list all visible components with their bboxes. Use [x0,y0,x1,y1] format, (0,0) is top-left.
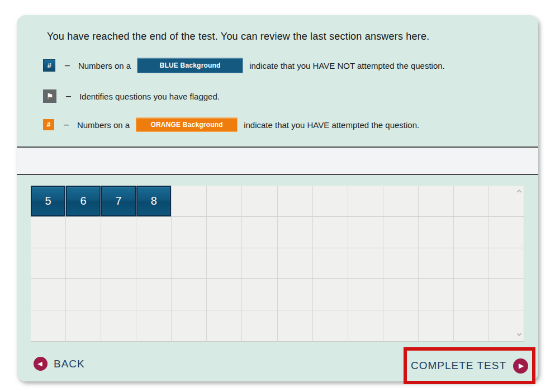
grid-cell [207,248,242,280]
grid-cell [348,248,383,280]
grid-cell [31,248,66,280]
hash-orange-icon: # [43,119,54,130]
grid-cell [101,248,136,280]
grid-cell: 8 [136,186,172,217]
grid-cell [242,217,277,248]
grid-cell [136,279,172,310]
legend-suffix: indicate that you HAVE attempted the que… [244,120,419,130]
grid-cell [489,217,524,248]
grid-cell [419,310,454,342]
grid-cell [383,248,419,280]
legend-dash: – [66,91,71,101]
grid-cell [348,217,383,248]
question-grid: 5678 [31,186,524,342]
complete-test-label: COMPLETE TEST [411,360,506,372]
legend-prefix: Numbers on a [78,61,131,70]
grid-cell [66,217,101,248]
grid-cell [278,186,313,217]
orange-background-badge: ORANGE Background [136,117,238,132]
grid-cell [242,310,277,342]
grid-cell [454,279,489,310]
grid-cell [242,186,277,217]
grid-cell [383,279,419,310]
back-button-label: BACK [54,358,85,370]
grid-cell [172,248,207,280]
back-button[interactable]: ◀ BACK [34,357,85,371]
grid-cell [207,217,242,248]
grid-cell [31,310,66,342]
grid-cell [172,217,207,248]
legend-row-not-attempted: # – Numbers on a BLUE Background indicat… [43,58,445,73]
grid-cell [172,310,207,342]
grid-cell [136,248,172,280]
grid-cell [207,186,242,217]
legend-row-flagged: ⚑ – Identifies questions you have flagge… [43,88,220,104]
legend-row-attempted: # – Numbers on a ORANGE Background indic… [43,117,419,133]
grid-cell [454,186,489,217]
grid-cell [242,248,277,280]
grid-cell [348,279,383,310]
grid-cell [136,310,172,342]
grid-cell [278,279,313,310]
back-arrow-icon: ◀ [34,357,48,371]
grid-cell [278,217,313,248]
question-tile-5[interactable]: 5 [31,186,65,216]
grid-cell [489,279,524,310]
grid-cell [207,279,242,310]
flag-icon: ⚑ [43,89,56,103]
grid-cell [101,310,136,342]
grid-cell [278,248,313,280]
grid-cell [172,186,207,217]
legend-suffix: indicate that you HAVE NOT attempted the… [249,61,445,70]
grid-cell [489,248,524,280]
grid-cell [348,186,383,217]
grid-cell [278,310,313,342]
grid-cell [313,310,348,342]
complete-test-button[interactable]: COMPLETE TEST ▶ [407,351,532,381]
grid-cell: 7 [101,186,136,217]
grid-cell [172,279,207,310]
grid-cell [31,217,66,248]
review-card: You have reached the end of the test. Yo… [17,15,538,381]
grid-cell [136,217,172,248]
scroll-down-icon[interactable] [517,333,522,338]
grid-cell [313,217,348,248]
complete-test-highlight: COMPLETE TEST ▶ [404,347,535,384]
grid-cell: 5 [31,186,66,217]
grid-cell [348,310,383,342]
grid-cell [66,248,101,280]
question-tile-6[interactable]: 6 [66,186,101,216]
grid-cell [66,279,101,310]
grid-cell [383,310,419,342]
grid-cell [313,279,348,310]
review-screen: You have reached the end of the test. Yo… [0,0,555,392]
grid-cell [419,217,454,248]
question-tile-7[interactable]: 7 [101,186,136,216]
separator-band [17,147,538,175]
grid-cell [66,310,101,342]
grid-cell [313,248,348,280]
grid-cell [207,310,242,342]
grid-cell [454,217,489,248]
blue-background-badge: BLUE Background [137,58,243,73]
forward-arrow-icon: ▶ [513,358,528,374]
legend-text: Identifies questions you have flagged. [79,92,220,101]
grid-cell [454,310,489,342]
question-tile-8[interactable]: 8 [136,186,171,216]
grid-cell [313,186,348,217]
grid-cell [31,279,66,310]
legend-dash: – [64,120,69,130]
grid-cell [383,217,419,248]
grid-cell [383,186,419,217]
legend-dash: – [65,60,70,70]
grid-cell [454,248,489,280]
grid-cell [419,186,454,217]
hash-blue-icon: # [43,59,55,72]
grid-cell [242,279,277,310]
grid-cell [419,248,454,280]
legend-prefix: Numbers on a [77,120,130,130]
scroll-up-icon[interactable] [517,189,522,194]
grid-cell [101,279,136,310]
grid-cell [101,217,136,248]
grid-cell [419,279,454,310]
